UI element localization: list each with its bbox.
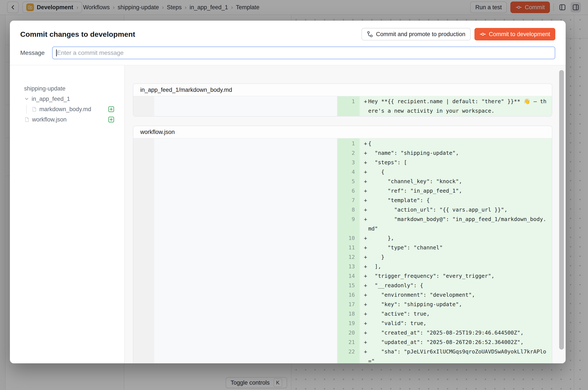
line-number: 11 — [337, 243, 360, 252]
line-number: 8 — [337, 205, 360, 215]
line-number: 5 — [337, 177, 360, 186]
added-marker: + — [360, 290, 368, 300]
added-marker: + — [360, 262, 368, 271]
file-icon — [24, 117, 30, 122]
diff-added-line: 8+ "action_url": "{{ vars.app_url }}", — [337, 205, 552, 215]
added-marker: + — [360, 97, 368, 116]
code-text: "sha": "pJeLVir6xIlUCMGqs9qroZoUAVDSwA0y… — [368, 347, 552, 363]
line-number: 2 — [337, 148, 360, 158]
diff-added-line: 15+ "__readonly": { — [337, 281, 552, 290]
diff-added-line: 10+ }, — [337, 234, 552, 243]
plus-square-icon — [108, 106, 114, 112]
diff-old-column — [133, 96, 337, 116]
added-marker: + — [360, 347, 368, 363]
code-text: "ref": "in_app_feed_1", — [368, 186, 552, 196]
code-text: "type": "channel" — [368, 243, 552, 252]
diff-added-line: 14+ "trigger_frequency": "every_trigger"… — [337, 271, 552, 281]
diff-added-line: 21+ "updated_at": "2025-08-26T20:26:52.3… — [337, 338, 552, 347]
line-number: 1 — [337, 97, 360, 116]
added-marker: + — [360, 177, 368, 186]
added-file-badge[interactable] — [108, 106, 114, 112]
diff-added-line: 2+ "name": "shipping-update", — [337, 148, 552, 158]
diff-added-line: 4+ { — [337, 167, 552, 177]
line-number: 13 — [337, 262, 360, 271]
diff-added-line: 16+ "environment": "development", — [337, 290, 552, 300]
code-text: "trigger_frequency": "every_trigger", — [368, 271, 552, 281]
code-text: ], — [368, 262, 552, 271]
diff-added-line: 3+ "steps": [ — [337, 158, 552, 167]
commit-icon — [480, 31, 486, 37]
added-marker: + — [360, 319, 368, 328]
commit-and-promote-button[interactable]: Commit and promote to production — [362, 28, 471, 41]
diff-card-workflow-json: workflow.json 1+{2+ "name": "shipping-up… — [133, 126, 552, 363]
commit-message-input[interactable] — [52, 47, 555, 59]
line-number: 17 — [337, 300, 360, 309]
code-text: "environment": "development", — [368, 290, 552, 300]
tree-item-workflow-json[interactable]: workflow.json — [24, 114, 114, 125]
diff-file-name: in_app_feed_1/markdown_body.md — [133, 84, 552, 96]
added-marker: + — [360, 148, 368, 158]
line-number: 12 — [337, 252, 360, 262]
code-text: "active": true, — [368, 309, 552, 319]
diff-added-line: 22+ "sha": "pJeLVir6xIlUCMGqs9qroZoUAVDS… — [337, 347, 552, 363]
line-number: 15 — [337, 281, 360, 290]
message-label: Message — [20, 49, 52, 56]
added-marker: + — [360, 243, 368, 252]
added-marker: + — [360, 215, 368, 234]
line-number: 16 — [337, 290, 360, 300]
commit-to-development-button[interactable]: Commit to development — [475, 28, 555, 41]
diff-card-markdown: in_app_feed_1/markdown_body.md 1+Hey **{… — [133, 83, 552, 116]
code-text: "valid": true, — [368, 319, 552, 328]
code-text: Hey **{{ recipient.name | default: "ther… — [368, 97, 552, 116]
changed-files-tree: shipping-update in_app_feed_1 markdown_b… — [10, 65, 124, 363]
added-marker: + — [360, 205, 368, 215]
diff-added-line: 13+ ], — [337, 262, 552, 271]
code-text: { — [368, 167, 552, 177]
diff-added-line: 5+ "channel_key": "knock", — [337, 177, 552, 186]
added-file-badge[interactable] — [108, 116, 114, 123]
added-marker: + — [360, 234, 368, 243]
diff-added-column: 1+{2+ "name": "shipping-update",3+ "step… — [337, 139, 552, 363]
code-text: "key": "shipping-update", — [368, 300, 552, 309]
added-marker: + — [360, 158, 368, 167]
plus-square-icon — [108, 116, 114, 123]
added-marker: + — [360, 167, 368, 177]
commit-dialog-header: Commit changes to development Commit and… — [10, 21, 566, 65]
tree-guide-line — [26, 105, 27, 113]
line-number: 3 — [337, 158, 360, 167]
diff-added-line: 6+ "ref": "in_app_feed_1", — [337, 186, 552, 196]
tree-item-workflow-root[interactable]: shipping-update — [24, 83, 114, 94]
line-number: 22 — [337, 347, 360, 363]
diff-pane: in_app_feed_1/markdown_body.md 1+Hey **{… — [125, 65, 566, 363]
code-text: } — [368, 252, 552, 262]
code-text: "steps": [ — [368, 158, 552, 167]
tree-item-step-folder[interactable]: in_app_feed_1 — [24, 94, 114, 104]
diff-added-line: 18+ "active": true, — [337, 309, 552, 319]
added-marker: + — [360, 196, 368, 205]
added-marker: + — [360, 300, 368, 309]
line-number: 19 — [337, 319, 360, 328]
promote-icon — [367, 31, 373, 37]
line-number: 18 — [337, 309, 360, 319]
line-number: 10 — [337, 234, 360, 243]
diff-added-line: 12+ } — [337, 252, 552, 262]
diff-added-line: 1+Hey **{{ recipient.name | default: "th… — [337, 97, 552, 116]
added-marker: + — [360, 252, 368, 262]
scrollbar-thumb[interactable] — [559, 70, 564, 349]
tree-item-markdown-file[interactable]: markdown_body.md — [24, 104, 114, 114]
code-text: "created_at": "2025-08-25T19:29:46.64450… — [368, 328, 552, 338]
added-marker: + — [360, 338, 368, 347]
line-number: 1 — [337, 139, 360, 148]
added-marker: + — [360, 309, 368, 319]
code-text: "__readonly": { — [368, 281, 552, 290]
diff-old-column — [133, 139, 337, 363]
code-text: "markdown_body@": "in_app_feed_1/markdow… — [368, 215, 552, 234]
line-number: 7 — [337, 196, 360, 205]
line-number: 14 — [337, 271, 360, 281]
line-number: 20 — [337, 328, 360, 338]
added-marker: + — [360, 271, 368, 281]
diff-added-column: 1+Hey **{{ recipient.name | default: "th… — [337, 96, 552, 116]
commit-dialog-body: shipping-update in_app_feed_1 markdown_b… — [10, 65, 566, 363]
line-number: 4 — [337, 167, 360, 177]
commit-dialog: Commit changes to development Commit and… — [10, 21, 566, 363]
